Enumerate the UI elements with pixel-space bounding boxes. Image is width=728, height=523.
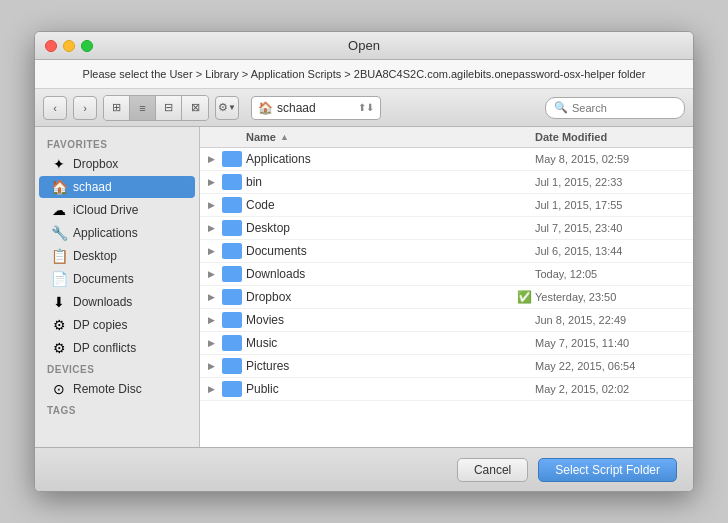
dp-conflicts-icon: ⚙	[51, 340, 67, 356]
view-list-btn[interactable]: ≡	[130, 96, 156, 120]
sidebar-item-label: DP conflicts	[73, 341, 136, 355]
file-name: Pictures	[246, 359, 517, 373]
folder-icon	[222, 358, 242, 374]
table-row[interactable]: ▶ Applications May 8, 2015, 02:59	[200, 148, 693, 171]
sidebar-item-label: Downloads	[73, 295, 132, 309]
table-row[interactable]: ▶ Movies Jun 8, 2015, 22:49	[200, 309, 693, 332]
table-row[interactable]: ▶ bin Jul 1, 2015, 22:33	[200, 171, 693, 194]
sidebar-item-label: DP copies	[73, 318, 127, 332]
location-stepper-icon: ⬆⬇	[358, 102, 374, 113]
table-row[interactable]: ▶ Pictures May 22, 2015, 06:54	[200, 355, 693, 378]
action-icon: ⚙	[218, 101, 228, 114]
sidebar-item-label: Desktop	[73, 249, 117, 263]
sync-status-icon: ✅	[517, 290, 531, 304]
file-name: Code	[246, 198, 517, 212]
sidebar-item-label: Applications	[73, 226, 138, 240]
maximize-button[interactable]	[81, 40, 93, 52]
cancel-button[interactable]: Cancel	[457, 458, 528, 482]
expand-arrow-icon: ▶	[208, 292, 222, 302]
dp-copies-icon: ⚙	[51, 317, 67, 333]
sidebar-item-dp-copies[interactable]: ⚙ DP copies	[39, 314, 195, 336]
file-rows: ▶ Applications May 8, 2015, 02:59 ▶ bin …	[200, 148, 693, 401]
sidebar-item-icloud[interactable]: ☁ iCloud Drive	[39, 199, 195, 221]
location-text: schaad	[277, 101, 354, 115]
sidebar-item-desktop[interactable]: 📋 Desktop	[39, 245, 195, 267]
col-date-header: Date Modified	[535, 131, 685, 143]
sidebar: Favorites ✦ Dropbox 🏠 schaad ☁ iCloud Dr…	[35, 127, 200, 447]
file-name: Downloads	[246, 267, 517, 281]
file-name: bin	[246, 175, 517, 189]
forward-button[interactable]: ›	[73, 96, 97, 120]
expand-arrow-icon: ▶	[208, 384, 222, 394]
prompt-bar: Please select the User > Library > Appli…	[35, 60, 693, 89]
file-name: Music	[246, 336, 517, 350]
close-button[interactable]	[45, 40, 57, 52]
tags-label: Tags	[35, 401, 199, 418]
file-name: Applications	[246, 152, 517, 166]
open-dialog: Open Please select the User > Library > …	[34, 31, 694, 492]
search-input[interactable]	[572, 102, 672, 114]
sidebar-item-dp-conflicts[interactable]: ⚙ DP conflicts	[39, 337, 195, 359]
file-date: Yesterday, 23:50	[535, 291, 685, 303]
expand-arrow-icon: ▶	[208, 246, 222, 256]
table-row[interactable]: ▶ Documents Jul 6, 2015, 13:44	[200, 240, 693, 263]
desktop-icon: 📋	[51, 248, 67, 264]
forward-icon: ›	[83, 102, 87, 114]
file-name: Public	[246, 382, 517, 396]
dropbox-icon: ✦	[51, 156, 67, 172]
folder-icon	[222, 335, 242, 351]
prompt-text: Please select the User > Library > Appli…	[83, 68, 646, 80]
view-icon-btn[interactable]: ⊞	[104, 96, 130, 120]
col-name-header[interactable]: Name ▲	[246, 131, 535, 143]
sidebar-item-downloads[interactable]: ⬇ Downloads	[39, 291, 195, 313]
table-row[interactable]: ▶ Public May 2, 2015, 02:02	[200, 378, 693, 401]
file-date: Today, 12:05	[535, 268, 685, 280]
file-date: May 7, 2015, 11:40	[535, 337, 685, 349]
file-name: Documents	[246, 244, 517, 258]
folder-icon	[222, 151, 242, 167]
search-bar[interactable]: 🔍	[545, 97, 685, 119]
sidebar-item-label: iCloud Drive	[73, 203, 138, 217]
file-date: Jul 7, 2015, 23:40	[535, 222, 685, 234]
sidebar-item-label: Documents	[73, 272, 134, 286]
sidebar-item-documents[interactable]: 📄 Documents	[39, 268, 195, 290]
sidebar-item-label: Remote Disc	[73, 382, 142, 396]
sidebar-item-label: schaad	[73, 180, 112, 194]
back-icon: ‹	[53, 102, 57, 114]
sort-arrow-icon: ▲	[280, 132, 289, 142]
search-icon: 🔍	[554, 101, 568, 114]
file-date: Jul 1, 2015, 17:55	[535, 199, 685, 211]
table-row[interactable]: ▶ Downloads Today, 12:05	[200, 263, 693, 286]
file-date: May 8, 2015, 02:59	[535, 153, 685, 165]
window-title: Open	[348, 38, 380, 53]
sidebar-item-schaad[interactable]: 🏠 schaad	[39, 176, 195, 198]
view-toggle: ⊞ ≡ ⊟ ⊠	[103, 95, 209, 121]
titlebar: Open	[35, 32, 693, 60]
devices-label: Devices	[35, 360, 199, 377]
file-date: Jul 1, 2015, 22:33	[535, 176, 685, 188]
view-cover-btn[interactable]: ⊠	[182, 96, 208, 120]
location-bar[interactable]: 🏠 schaad ⬆⬇	[251, 96, 381, 120]
folder-icon	[222, 220, 242, 236]
sidebar-item-dropbox[interactable]: ✦ Dropbox	[39, 153, 195, 175]
table-row[interactable]: ▶ Code Jul 1, 2015, 17:55	[200, 194, 693, 217]
sidebar-item-remote-disc[interactable]: ⊙ Remote Disc	[39, 378, 195, 400]
minimize-button[interactable]	[63, 40, 75, 52]
action-button[interactable]: ⚙ ▼	[215, 96, 239, 120]
expand-arrow-icon: ▶	[208, 269, 222, 279]
expand-arrow-icon: ▶	[208, 200, 222, 210]
expand-arrow-icon: ▶	[208, 338, 222, 348]
downloads-icon: ⬇	[51, 294, 67, 310]
table-row[interactable]: ▶ Desktop Jul 7, 2015, 23:40	[200, 217, 693, 240]
back-button[interactable]: ‹	[43, 96, 67, 120]
view-column-btn[interactable]: ⊟	[156, 96, 182, 120]
traffic-lights	[45, 40, 93, 52]
sidebar-item-label: Dropbox	[73, 157, 118, 171]
sidebar-item-applications[interactable]: 🔧 Applications	[39, 222, 195, 244]
expand-arrow-icon: ▶	[208, 177, 222, 187]
select-script-folder-button[interactable]: Select Script Folder	[538, 458, 677, 482]
remote-disc-icon: ⊙	[51, 381, 67, 397]
home-icon: 🏠	[51, 179, 67, 195]
table-row[interactable]: ▶ Dropbox ✅ Yesterday, 23:50	[200, 286, 693, 309]
table-row[interactable]: ▶ Music May 7, 2015, 11:40	[200, 332, 693, 355]
